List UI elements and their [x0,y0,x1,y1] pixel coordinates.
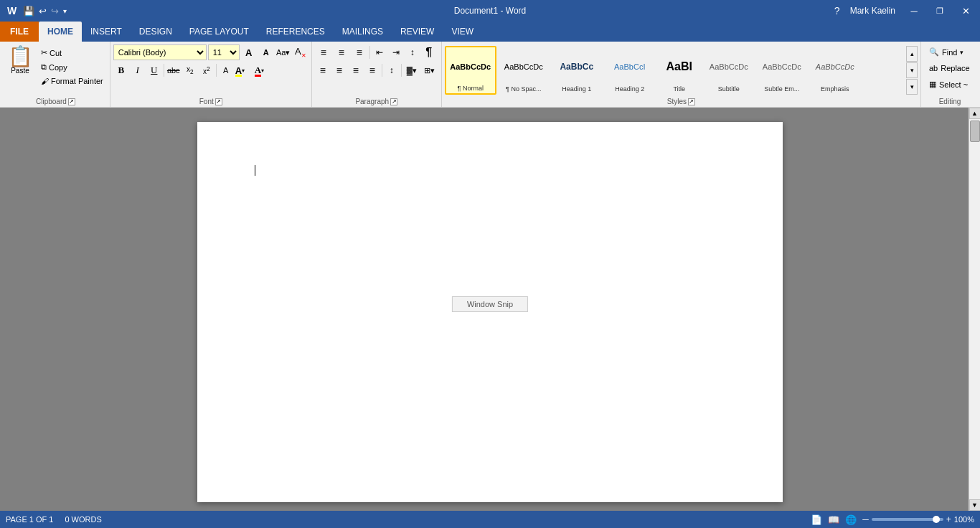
status-bar: PAGE 1 OF 1 0 WORDS 📄 📖 🌐 ─ + 100% [0,511,980,528]
font-name-select[interactable]: Calibri (Body) [113,44,207,60]
show-marks-button[interactable]: ¶ [421,44,437,60]
cut-label: Cut [50,49,62,57]
undo-button[interactable]: ↩ [37,4,48,18]
align-center-button[interactable]: ≡ [331,62,347,78]
justify-button[interactable]: ≡ [364,62,380,78]
redo-button[interactable]: ↪ [50,4,60,18]
superscript-button[interactable]: x2 [199,62,215,78]
paragraph-expand-button[interactable]: ↗ [390,98,397,105]
style-title[interactable]: AaBI Title [657,46,702,95]
styles-expand-button[interactable]: ↗ [688,98,695,105]
align-left-button[interactable]: ≡ [315,62,331,78]
numbering-button[interactable]: ≡ [333,44,350,60]
font-size-select[interactable]: 11 [208,44,240,60]
editing-group-label: Editing [939,98,961,105]
text-effects-button[interactable]: A [218,62,234,78]
font-color-button[interactable]: A ▾ [254,62,273,78]
help-button[interactable]: ? [831,5,843,16]
zoom-in-button[interactable]: + [946,514,951,524]
find-button[interactable]: 🔍 Find ▾ [924,44,976,60]
clear-formatting-button[interactable]: A✕ [293,44,308,60]
document-area: ▲ ▼ Window Snip [0,108,980,511]
font-group: Calibri (Body) 11 A A Aa▾ A✕ B I U abc x… [110,42,312,107]
style-title-preview: AaBI [666,60,692,73]
style-nospace-preview: AaBbCcDc [504,62,543,71]
styles-more-button[interactable]: ▾ [906,79,918,95]
style-heading1[interactable]: AaBbCc Heading 1 [551,46,603,95]
bold-button[interactable]: B [113,62,129,78]
tab-review[interactable]: REVIEW [392,22,443,42]
copy-icon: ⧉ [41,62,47,72]
scroll-thumb[interactable] [970,121,980,142]
style-no-spacing[interactable]: AaBbCcDc ¶ No Spac... [498,46,550,95]
underline-button[interactable]: U [146,62,162,78]
vertical-scrollbar[interactable]: ▲ ▼ [969,108,980,511]
highlight-button[interactable]: A ▾ [235,62,253,78]
tab-file[interactable]: FILE [0,22,39,42]
view-web-button[interactable]: 🌐 [845,514,857,525]
close-button[interactable]: ✕ [954,1,977,21]
scroll-up-button[interactable]: ▲ [969,108,981,119]
tab-insert[interactable]: INSERT [82,22,131,42]
multilevel-button[interactable]: ≡ [351,44,368,60]
minimize-button[interactable]: ─ [903,1,925,21]
tab-page-layout[interactable]: PAGE LAYOUT [181,22,258,42]
save-button[interactable]: 💾 [22,4,36,18]
style-normal[interactable]: AaBbCcDc ¶ Normal [445,46,496,95]
view-reading-button[interactable]: 📖 [828,514,839,525]
find-icon: 🔍 [929,47,939,57]
style-heading2[interactable]: AaBbCcI Heading 2 [604,46,656,95]
style-subtle-label: Subtle Em... [764,85,799,93]
strikethrough-button[interactable]: abc [166,62,182,78]
styles-scroll-down-button[interactable]: ▾ [906,62,918,78]
text-cursor [255,165,255,176]
style-subtitle-preview: AaBbCcDc [710,62,748,71]
zoom-controls: ─ + 100% [862,514,974,524]
align-right-button[interactable]: ≡ [348,62,364,78]
style-emphasis[interactable]: AaBbCcDc Emphasis [809,46,861,95]
paste-button[interactable]: 📋 Paste [4,44,36,86]
view-print-button[interactable]: 📄 [811,514,822,525]
clipboard-expand-button[interactable]: ↗ [68,98,75,105]
select-button[interactable]: ▦ Select ~ [924,77,976,92]
style-subtitle[interactable]: AaBbCcDc Subtitle [703,46,755,95]
zoom-slider[interactable] [872,518,943,521]
decrease-indent-button[interactable]: ⇤ [372,44,387,60]
zoom-out-button[interactable]: ─ [862,514,869,524]
restore-button[interactable]: ❐ [928,1,951,21]
tab-view[interactable]: VIEW [443,22,482,42]
word-icon: W [4,3,20,19]
bullets-button[interactable]: ≡ [315,44,332,60]
subscript-button[interactable]: x2 [182,62,198,78]
editing-group: 🔍 Find ▾ ab Replace ▦ Select ~ Editing [921,42,979,107]
document-page[interactable]: Window Snip [197,122,783,502]
cut-button[interactable]: ✂ Cut [37,46,107,60]
format-painter-button[interactable]: 🖌 Format Painter [37,75,107,88]
sort-button[interactable]: ↕ [405,44,420,60]
tab-mailings[interactable]: MAILINGS [334,22,392,42]
tab-references[interactable]: REFERENCES [258,22,334,42]
font-shrink-button[interactable]: A [258,44,274,60]
replace-icon: ab [929,64,938,72]
styles-group: AaBbCcDc ¶ Normal AaBbCcDc ¶ No Spac... … [442,42,921,107]
borders-button[interactable]: ⊞▾ [421,62,438,78]
replace-button[interactable]: ab Replace [924,61,976,75]
customize-qa-button[interactable]: ▾ [62,6,68,16]
format-painter-icon: 🖌 [41,77,49,85]
tab-design[interactable]: DESIGN [131,22,181,42]
style-subtle-em[interactable]: AaBbCcDc Subtle Em... [756,46,808,95]
increase-indent-button[interactable]: ⇥ [388,44,404,60]
style-subtitle-label: Subtitle [718,85,740,93]
select-icon: ▦ [929,80,936,89]
line-spacing-button[interactable]: ↕ [384,62,400,78]
italic-button[interactable]: I [130,62,146,78]
styles-scroll-up-button[interactable]: ▴ [906,46,918,62]
scroll-down-button[interactable]: ▼ [969,499,981,511]
font-grow-button[interactable]: A [241,44,257,60]
shading-button[interactable]: ▓▾ [403,62,420,78]
zoom-thumb[interactable] [933,516,940,523]
change-case-button[interactable]: Aa▾ [275,44,291,60]
copy-button[interactable]: ⧉ Copy [37,60,107,74]
font-expand-button[interactable]: ↗ [215,98,222,105]
tab-home[interactable]: HOME [39,22,82,42]
